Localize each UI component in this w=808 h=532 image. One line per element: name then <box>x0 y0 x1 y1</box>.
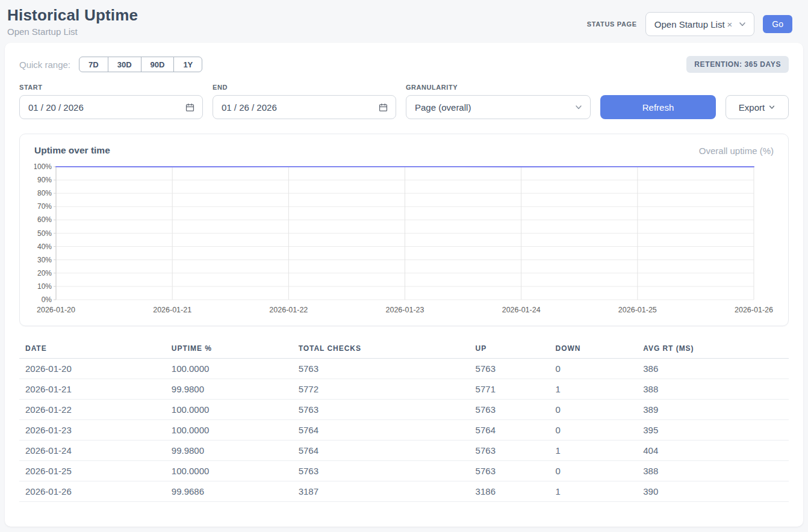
svg-text:40%: 40% <box>37 243 52 251</box>
start-label: START <box>19 84 203 91</box>
table-cell: 2026-01-22 <box>19 400 166 420</box>
svg-text:60%: 60% <box>37 215 52 224</box>
svg-text:2026-01-22: 2026-01-22 <box>269 306 308 314</box>
refresh-button[interactable]: Refresh <box>600 95 716 119</box>
table-cell: 99.9800 <box>166 441 293 461</box>
table-cell: 5764 <box>293 441 470 461</box>
uptime-table: DATEUPTIME %TOTAL CHECKSUPDOWNAVG RT (MS… <box>19 339 789 502</box>
column-header: UPTIME % <box>166 339 293 359</box>
export-label: Export <box>739 102 765 113</box>
table-cell: 5764 <box>470 420 550 441</box>
table-cell: 99.9800 <box>166 379 293 400</box>
start-date-value: 01 / 20 / 2026 <box>28 102 84 113</box>
table-row: 2026-01-2499.9800576457631404 <box>19 441 789 461</box>
table-cell: 3186 <box>470 481 550 502</box>
table-cell: 5772 <box>293 379 470 400</box>
status-page-select[interactable]: Open Startup List × <box>645 12 755 36</box>
column-header: TOTAL CHECKS <box>293 339 470 359</box>
svg-text:100%: 100% <box>34 162 52 171</box>
quick-range-30d-button[interactable]: 30D <box>108 57 141 72</box>
quick-range-1y-button[interactable]: 1Y <box>173 57 202 72</box>
column-header: AVG RT (MS) <box>637 339 789 359</box>
quick-range-90d-button[interactable]: 90D <box>141 57 175 72</box>
table-cell: 395 <box>637 420 789 441</box>
table-cell: 100.0000 <box>166 400 293 420</box>
column-header: DOWN <box>550 339 638 359</box>
svg-text:0%: 0% <box>42 295 52 304</box>
table-cell: 0 <box>550 461 638 481</box>
table-cell: 2026-01-21 <box>19 379 166 400</box>
svg-text:30%: 30% <box>37 256 52 264</box>
table-cell: 5763 <box>470 400 550 420</box>
svg-text:20%: 20% <box>37 269 52 277</box>
table-cell: 5764 <box>293 420 470 441</box>
table-cell: 5763 <box>470 359 550 379</box>
table-cell: 1 <box>550 379 638 400</box>
table-row: 2026-01-20100.0000576357630386 <box>19 359 789 379</box>
svg-text:90%: 90% <box>37 176 52 184</box>
end-date-input[interactable]: 01 / 26 / 2026 <box>213 95 396 119</box>
quick-range-group: 7D30D90D1Y <box>79 57 202 72</box>
table-cell: 100.0000 <box>166 359 293 379</box>
table-row: 2026-01-23100.0000576457640395 <box>19 420 789 441</box>
table-cell: 388 <box>637 379 789 400</box>
table-cell: 2026-01-25 <box>19 461 166 481</box>
svg-text:2026-01-26: 2026-01-26 <box>735 306 773 314</box>
clear-icon[interactable]: × <box>726 19 734 29</box>
table-cell: 1 <box>550 481 638 502</box>
calendar-icon[interactable] <box>378 102 388 113</box>
table-cell: 5771 <box>470 379 550 400</box>
end-label: END <box>213 84 396 91</box>
svg-text:2026-01-23: 2026-01-23 <box>386 306 424 314</box>
calendar-icon[interactable] <box>185 102 195 113</box>
table-row: 2026-01-2199.9800577257711388 <box>19 379 789 400</box>
table-cell: 389 <box>637 400 789 420</box>
chart-legend: Overall uptime (%) <box>699 146 774 156</box>
table-cell: 99.9686 <box>166 481 293 502</box>
table-row: 2026-01-22100.0000576357630389 <box>19 400 789 420</box>
svg-text:70%: 70% <box>37 202 52 211</box>
chevron-down-icon <box>768 104 775 111</box>
start-date-input[interactable]: 01 / 20 / 2026 <box>19 95 203 119</box>
main-card: Quick range: 7D30D90D1Y RETENTION: 365 D… <box>5 43 803 527</box>
table-row: 2026-01-25100.0000576357630388 <box>19 461 789 481</box>
table-cell: 2026-01-20 <box>19 359 166 379</box>
table-cell: 1 <box>550 441 638 461</box>
retention-badge: RETENTION: 365 DAYS <box>686 56 789 73</box>
granularity-select[interactable]: Page (overall) <box>406 95 591 119</box>
chevron-down-icon <box>738 20 747 28</box>
svg-text:2026-01-24: 2026-01-24 <box>502 306 541 314</box>
svg-text:50%: 50% <box>37 229 52 238</box>
svg-text:2026-01-25: 2026-01-25 <box>618 306 657 314</box>
svg-text:80%: 80% <box>37 189 52 197</box>
granularity-value: Page (overall) <box>415 102 471 113</box>
table-cell: 0 <box>550 400 638 420</box>
table-cell: 5763 <box>293 359 470 379</box>
go-button[interactable]: Go <box>763 15 792 33</box>
column-header: UP <box>470 339 550 359</box>
table-row: 2026-01-2699.9686318731861390 <box>19 481 789 502</box>
page-title: Historical Uptime <box>7 6 138 25</box>
table-cell: 100.0000 <box>166 461 293 481</box>
table-cell: 386 <box>637 359 789 379</box>
table-cell: 3187 <box>293 481 470 502</box>
granularity-label: GRANULARITY <box>406 84 591 91</box>
export-button[interactable]: Export <box>726 95 789 119</box>
status-page-value: Open Startup List <box>654 19 725 29</box>
table-cell: 5763 <box>293 461 470 481</box>
table-cell: 2026-01-26 <box>19 481 166 502</box>
quick-range-7d-button[interactable]: 7D <box>79 57 108 72</box>
uptime-chart: 0%10%20%30%40%50%60%70%80%90%100%2026-01… <box>34 162 774 317</box>
svg-text:10%: 10% <box>37 282 52 291</box>
table-cell: 5763 <box>470 441 550 461</box>
svg-text:2026-01-20: 2026-01-20 <box>37 306 75 314</box>
table-cell: 0 <box>550 420 638 441</box>
page-subtitle: Open Startup List <box>7 26 138 37</box>
chart-card: Uptime over time Overall uptime (%) 0%10… <box>19 134 789 326</box>
table-cell: 100.0000 <box>166 420 293 441</box>
quick-range-label: Quick range: <box>19 60 70 70</box>
table-cell: 390 <box>637 481 789 502</box>
chart-title: Uptime over time <box>34 145 110 156</box>
table-cell: 2026-01-24 <box>19 441 166 461</box>
table-header-row: DATEUPTIME %TOTAL CHECKSUPDOWNAVG RT (MS… <box>19 339 789 359</box>
